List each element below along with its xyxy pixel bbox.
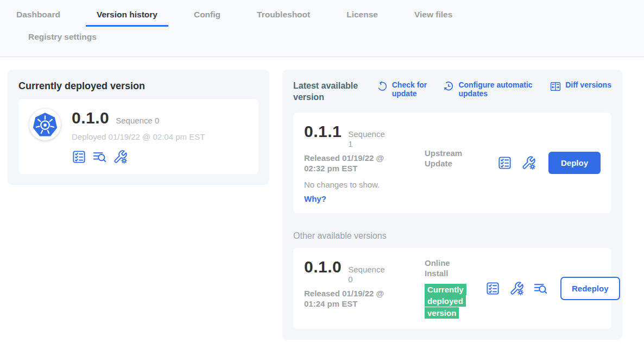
other-released-timestamp: Released 01/19/22 @ 01:24 pm EST — [304, 288, 394, 309]
tab-license[interactable]: License — [336, 8, 389, 27]
top-nav: Dashboard Version history Config Trouble… — [0, 0, 644, 57]
latest-version-info: 0.1.1 Sequence 1 Released 01/19/22 @ 02:… — [304, 122, 411, 203]
other-card-actions: Redeploy — [485, 277, 620, 300]
other-source-column: Online Install Currently deployed versio… — [425, 258, 485, 319]
diff-versions-label: Diff versions — [565, 80, 611, 92]
tab-config[interactable]: Config — [183, 8, 231, 27]
tab-view-files[interactable]: View files — [403, 8, 463, 27]
latest-available-title: Latest available version — [293, 80, 367, 103]
deploy-button[interactable]: Deploy — [548, 152, 601, 174]
preflight-checks-icon[interactable] — [485, 281, 500, 296]
configure-automatic-updates-link[interactable]: Configure automatic updates — [443, 80, 540, 98]
currently-deployed-panel: Currently deployed version — [8, 70, 269, 185]
check-for-update-link[interactable]: Check for update — [376, 80, 433, 98]
other-available-versions-heading: Other available versions — [293, 231, 611, 241]
refresh-icon — [376, 80, 388, 98]
diff-icon — [550, 80, 561, 92]
configure-automatic-updates-label: Configure automatic updates — [458, 80, 540, 98]
online-install-label: Online Install — [425, 258, 467, 279]
release-notes-icon[interactable] — [533, 281, 548, 296]
current-sequence-label: Sequence 0 — [116, 116, 159, 126]
tabs-row-2: Registry settings — [0, 30, 644, 57]
main-content: Currently deployed version — [0, 57, 644, 340]
latest-source-column: Upstream Update — [425, 122, 485, 203]
tabs-row-1: Dashboard Version history Config Trouble… — [0, 8, 644, 27]
current-version-number: 0.1.0 — [72, 109, 109, 127]
preflight-checks-icon[interactable] — [72, 150, 86, 164]
latest-released-timestamp: Released 01/19/22 @ 02:32 pm EST — [304, 153, 394, 174]
other-version-info: 0.1.0 Sequence 0 Released 01/19/22 @ 01:… — [304, 258, 411, 319]
schedule-icon — [443, 80, 454, 98]
currently-deployed-title: Currently deployed version — [18, 80, 258, 92]
current-version-info: 0.1.0 Sequence 0 Deployed 01/19/22 @ 02:… — [72, 109, 205, 164]
config-icon[interactable] — [113, 150, 128, 164]
latest-available-panel: Latest available version Check for updat… — [282, 70, 622, 340]
check-for-update-label: Check for update — [392, 80, 433, 98]
config-icon[interactable] — [521, 156, 536, 170]
tab-registry-settings[interactable]: Registry settings — [17, 30, 108, 49]
latest-version-number: 0.1.1 — [304, 122, 342, 141]
latest-sequence-label: Sequence 1 — [348, 129, 386, 149]
no-changes-text: No changes to show. — [304, 180, 411, 189]
kubernetes-logo-icon — [29, 109, 61, 140]
other-sequence-label: Sequence 0 — [348, 265, 386, 284]
current-version-card: 0.1.0 Sequence 0 Deployed 01/19/22 @ 02:… — [18, 99, 258, 174]
latest-card-actions: Deploy — [497, 152, 601, 174]
tab-version-history[interactable]: Version history — [86, 8, 168, 27]
latest-version-card: 0.1.1 Sequence 1 Released 01/19/22 @ 02:… — [293, 113, 611, 213]
other-version-card: 0.1.0 Sequence 0 Released 01/19/22 @ 01:… — [293, 248, 611, 329]
config-icon[interactable] — [509, 281, 524, 296]
tab-dashboard[interactable]: Dashboard — [5, 8, 71, 27]
preflight-checks-icon[interactable] — [497, 156, 512, 170]
why-link[interactable]: Why? — [304, 194, 411, 203]
tab-troubleshoot[interactable]: Troubleshoot — [246, 8, 321, 27]
upstream-update-label: Upstream Update — [425, 148, 467, 169]
currently-deployed-badge: Currently deployed version — [425, 284, 468, 319]
other-version-number: 0.1.0 — [304, 258, 342, 276]
redeploy-button[interactable]: Redeploy — [560, 277, 620, 300]
diff-versions-link[interactable]: Diff versions — [550, 80, 611, 92]
release-notes-icon[interactable] — [92, 150, 107, 164]
currently-deployed-badge-text: Currently deployed version — [425, 284, 466, 319]
current-deployed-timestamp: Deployed 01/19/22 @ 02:04 pm EST — [72, 132, 205, 141]
